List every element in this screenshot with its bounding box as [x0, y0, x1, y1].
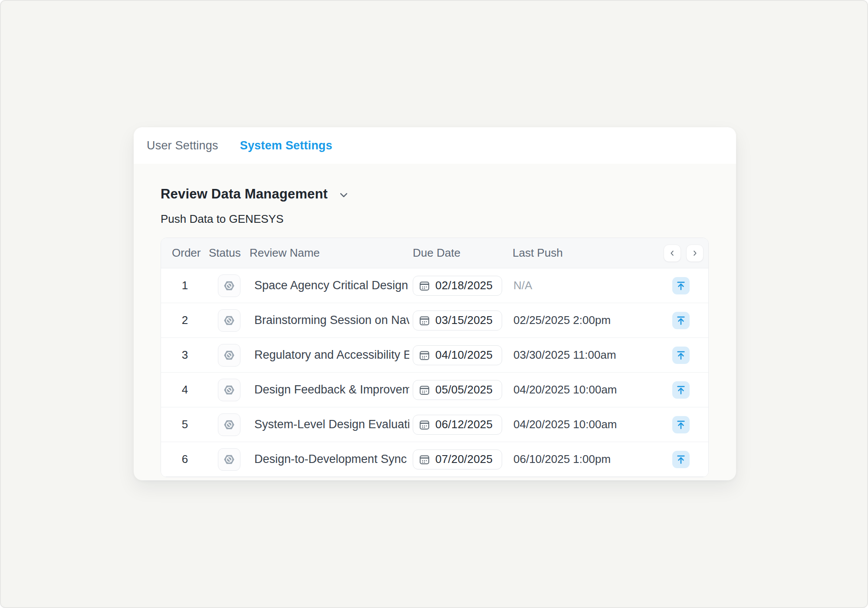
push-button[interactable] — [672, 451, 690, 468]
push-up-icon — [675, 384, 687, 396]
order-cell: 6 — [161, 453, 209, 466]
due-date-cell: 02/18/2025 — [409, 276, 509, 296]
tab-bar: User Settings System Settings — [134, 127, 736, 164]
calendar-icon — [418, 349, 431, 361]
order-cell: 4 — [161, 383, 209, 397]
due-date-input[interactable]: 03/15/2025 — [413, 311, 502, 330]
push-cell — [661, 381, 708, 399]
status-cell — [209, 274, 250, 297]
calendar-icon — [418, 419, 431, 431]
calendar-icon — [418, 280, 431, 292]
last-push-cell: 04/20/2025 10:00am — [509, 383, 661, 397]
table-row: 6 Design-to-Development Sync — [161, 442, 708, 477]
col-header-last-push: Last Push — [509, 246, 661, 260]
blocked-icon — [223, 418, 236, 431]
due-date-input[interactable]: 02/18/2025 — [413, 276, 502, 296]
push-cell — [661, 312, 708, 329]
due-date-input[interactable]: 05/05/2025 — [413, 380, 502, 400]
prev-page-button[interactable] — [664, 245, 681, 262]
calendar-icon — [418, 314, 431, 327]
card-body: Review Data Management Push Data to GENE… — [134, 164, 736, 477]
order-cell: 3 — [161, 348, 209, 362]
blocked-icon — [223, 279, 236, 292]
table-header: Order Status Review Name Due Date Last P… — [161, 238, 708, 268]
due-date-value: 02/18/2025 — [435, 279, 493, 292]
chevron-down-icon[interactable] — [337, 188, 350, 202]
table-row: 1 Space Agency Critical Design… — [161, 268, 708, 303]
status-cell — [209, 344, 250, 367]
status-badge — [218, 274, 240, 297]
status-cell — [209, 309, 250, 332]
calendar-icon — [418, 384, 431, 396]
due-date-value: 04/10/2025 — [435, 348, 493, 362]
due-date-value: 03/15/2025 — [435, 314, 493, 327]
table-row: 5 System-Level Design Evaluati… — [161, 407, 708, 442]
due-date-cell: 04/10/2025 — [409, 345, 509, 365]
page-background: User Settings System Settings Review Dat… — [0, 0, 868, 608]
push-button[interactable] — [672, 277, 690, 294]
push-cell — [661, 416, 708, 433]
col-header-review-name: Review Name — [250, 246, 409, 260]
tab-system-settings[interactable]: System Settings — [240, 139, 332, 152]
push-cell — [661, 347, 708, 364]
due-date-value: 06/12/2025 — [435, 418, 493, 431]
col-header-due-date: Due Date — [409, 246, 509, 260]
review-table: Order Status Review Name Due Date Last P… — [161, 238, 709, 477]
push-up-icon — [675, 315, 687, 326]
due-date-cell: 07/20/2025 — [409, 449, 509, 469]
review-name-cell: Space Agency Critical Design… — [250, 279, 409, 292]
blocked-icon — [223, 314, 236, 327]
push-up-icon — [675, 280, 687, 291]
calendar-icon — [418, 453, 431, 466]
review-name-cell: Design-to-Development Sync — [250, 453, 409, 466]
table-row: 3 Regulatory and Accessibility E… — [161, 338, 708, 373]
status-badge — [218, 344, 240, 367]
order-cell: 2 — [161, 314, 209, 327]
last-push-cell: 04/20/2025 10:00am — [509, 418, 661, 431]
page-title: Review Data Management — [161, 186, 328, 202]
last-push-cell: N/A — [509, 279, 661, 292]
status-badge — [218, 413, 240, 436]
due-date-input[interactable]: 06/12/2025 — [413, 415, 502, 435]
due-date-input[interactable]: 07/20/2025 — [413, 449, 502, 469]
order-cell: 5 — [161, 418, 209, 431]
due-date-cell: 06/12/2025 — [409, 415, 509, 435]
blocked-icon — [223, 383, 236, 397]
col-header-status: Status — [209, 246, 250, 260]
push-button[interactable] — [672, 347, 690, 364]
push-up-icon — [675, 454, 687, 465]
chevron-left-icon — [668, 249, 676, 257]
status-cell — [209, 448, 250, 471]
col-header-order: Order — [161, 246, 209, 260]
push-cell — [661, 277, 708, 294]
due-date-input[interactable]: 04/10/2025 — [413, 345, 502, 365]
status-cell — [209, 379, 250, 401]
push-up-icon — [675, 350, 687, 361]
table-row: 4 Design Feedback & Improvem… — [161, 373, 708, 407]
push-up-icon — [675, 419, 687, 430]
order-cell: 1 — [161, 279, 209, 292]
last-push-cell: 02/25/2025 2:00pm — [509, 314, 661, 327]
status-badge — [218, 448, 240, 471]
status-cell — [209, 413, 250, 436]
due-date-cell: 03/15/2025 — [409, 311, 509, 330]
settings-card: User Settings System Settings Review Dat… — [134, 127, 736, 480]
push-button[interactable] — [672, 416, 690, 433]
due-date-value: 05/05/2025 — [435, 383, 493, 397]
tab-user-settings[interactable]: User Settings — [147, 139, 218, 152]
chevron-right-icon — [691, 249, 699, 257]
push-button[interactable] — [672, 312, 690, 329]
blocked-icon — [223, 349, 236, 362]
status-badge — [218, 379, 240, 401]
review-name-cell: System-Level Design Evaluati… — [250, 418, 409, 431]
next-page-button[interactable] — [686, 245, 704, 262]
last-push-cell: 06/10/2025 1:00pm — [509, 453, 661, 466]
table-row: 2 Brainstorming Session on Navi… — [161, 303, 708, 338]
blocked-icon — [223, 453, 236, 466]
push-button[interactable] — [672, 381, 690, 399]
due-date-value: 07/20/2025 — [435, 453, 493, 466]
review-name-cell: Brainstorming Session on Navi… — [250, 314, 409, 327]
pagination — [664, 238, 704, 268]
review-name-cell: Regulatory and Accessibility E… — [250, 348, 409, 362]
push-cell — [661, 451, 708, 468]
